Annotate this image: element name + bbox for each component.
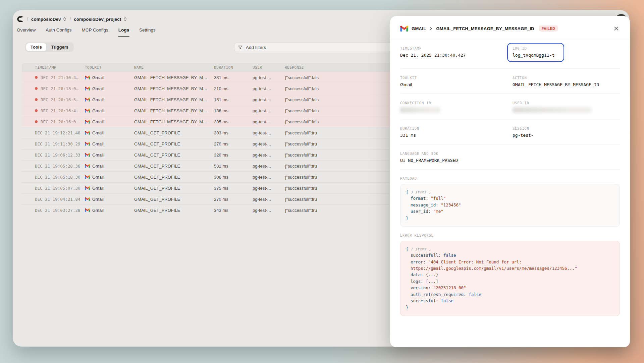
cell-name: GMAIL_GET_PROFILE <box>134 141 214 146</box>
cell-user: pg-test-... <box>253 197 285 202</box>
field-value: pg-test- <box>513 133 620 138</box>
cell-toolkit: Gmail <box>85 119 134 124</box>
gmail-icon <box>85 208 90 212</box>
breadcrumb-separator: / <box>69 16 71 22</box>
field-value: log_tVqomBgg11-t <box>513 53 559 58</box>
field-toolkit: TOOLKIT Gmail <box>400 76 513 87</box>
log-type-toggle: Tools Triggers <box>25 42 74 52</box>
cell-toolkit: Gmail <box>85 208 134 213</box>
breadcrumb: / composioDev / composioDev_project <box>16 14 127 24</box>
cell-name: GMAIL_GET_PROFILE <box>134 197 214 202</box>
json-line: user_id: "me" <box>406 208 614 215</box>
close-icon[interactable] <box>612 25 620 32</box>
cell-duration: 343 ms <box>214 208 253 213</box>
failed-status-dot <box>35 120 38 123</box>
org-selector[interactable]: composioDev <box>31 17 67 22</box>
gmail-icon <box>85 75 90 79</box>
breadcrumb-separator: / <box>27 16 28 22</box>
cell-timestamp: DEC 21 19:04:21.84 <box>35 197 85 202</box>
project-selector[interactable]: composioDev_project <box>74 17 127 22</box>
redacted-value <box>400 107 440 113</box>
composio-logo-icon[interactable] <box>16 15 24 23</box>
cell-name: GMAIL_FETCH_MESSAGE_BY_M… <box>134 119 214 124</box>
tab-overview[interactable]: Overview <box>16 27 36 37</box>
field-value: Gmail <box>400 82 513 87</box>
field-value: GMAIL_FETCH_MESSAGE_BY_MESSAGE_ID <box>513 82 620 87</box>
tab-settings[interactable]: Settings <box>139 27 156 37</box>
error-json-viewer[interactable]: { 7 Items ⌄successfull: falseerror: "404… <box>400 241 620 316</box>
gmail-icon <box>85 131 90 135</box>
gmail-icon <box>85 153 90 157</box>
failed-status-dot <box>35 76 38 79</box>
gmail-icon <box>85 86 90 90</box>
field-timestamp: TIMESTAMP Dec 21, 2025 21:30:40.427 <box>400 46 513 62</box>
json-line: successful: false <box>406 298 614 304</box>
cell-duration: 375 ms <box>214 186 253 191</box>
cell-name: GMAIL_FETCH_MESSAGE_BY_M… <box>134 86 214 91</box>
filter-funnel-icon <box>238 45 243 50</box>
cell-timestamp: DEC 21 20:16:0… <box>35 119 85 124</box>
tab-logs[interactable]: Logs <box>118 27 129 37</box>
json-line: message_id: "123456" <box>406 202 614 208</box>
json-line: successfull: false <box>406 252 614 258</box>
col-timestamp: TIMESTAMP <box>35 65 85 70</box>
cell-timestamp: DEC 21 19:05:07.30 <box>35 186 85 191</box>
add-filters-input[interactable]: Add filters <box>234 43 392 52</box>
cell-duration: 210 ms <box>214 86 253 91</box>
cell-timestamp: DEC 21 19:12:21.48 <box>35 130 85 135</box>
cell-toolkit: Gmail <box>85 108 134 113</box>
log-detail-panel: GMAIL GMAIL_FETCH_MESSAGE_BY_MESSAGE_ID … <box>390 16 630 347</box>
failed-status-dot <box>35 98 38 101</box>
field-duration: DURATION 331 ms <box>400 126 513 138</box>
field-label: TIMESTAMP <box>400 46 513 50</box>
gmail-icon <box>85 142 90 146</box>
field-label: LOG ID <box>513 46 559 50</box>
cell-duration: 531 ms <box>214 164 253 169</box>
cell-duration: 305 ms <box>214 119 253 124</box>
redacted-value <box>513 107 591 113</box>
payload-section: PAYLOAD { 3 Items ⌄format: "full"message… <box>390 176 630 227</box>
cell-name: GMAIL_GET_PROFILE <box>134 186 214 191</box>
cell-duration: 331 ms <box>214 75 253 80</box>
gmail-icon <box>85 186 90 190</box>
cell-name: GMAIL_GET_PROFILE <box>134 164 214 169</box>
nav-tabs: Overview Auth Configs MCP Configs Logs S… <box>16 27 156 37</box>
cell-user: pg-test-... <box>253 108 285 113</box>
field-connection-id: CONNECTION ID <box>400 101 513 113</box>
cell-toolkit: Gmail <box>85 75 134 80</box>
toggle-tools[interactable]: Tools <box>26 43 46 51</box>
cell-user: pg-test-... <box>253 130 285 135</box>
project-name: composioDev_project <box>74 17 121 22</box>
cell-toolkit: Gmail <box>85 186 134 191</box>
cell-timestamp: DEC 21 20:16:5… <box>35 97 85 102</box>
cell-duration: 306 ms <box>214 175 253 180</box>
field-label: LANGUAGE AND SDK <box>400 152 620 156</box>
tab-auth-configs[interactable]: Auth Configs <box>45 27 72 37</box>
field-session: SESSION pg-test- <box>513 126 620 138</box>
field-value: UI NO_FRAMEWORK_PASSED <box>400 158 620 163</box>
cell-toolkit: Gmail <box>85 130 134 135</box>
log-id-highlight-ring[interactable]: LOG ID log_tVqomBgg11-t <box>507 43 564 62</box>
col-toolkit: TOOLKIT <box>85 65 134 70</box>
gmail-icon <box>85 109 90 113</box>
field-value: Dec 21, 2025 21:30:40.427 <box>400 53 513 58</box>
chevron-updown-icon <box>123 17 127 21</box>
json-line: https://gmail.googleapis.com/gmail/v1/us… <box>406 265 614 271</box>
detail-toolkit-name: GMAIL <box>412 26 426 31</box>
toggle-triggers[interactable]: Triggers <box>47 43 73 51</box>
payload-json-viewer[interactable]: { 3 Items ⌄format: "full"message_id: "12… <box>400 184 620 227</box>
cell-user: pg-test-... <box>253 86 285 91</box>
failed-status-dot <box>35 109 38 112</box>
gmail-icon <box>85 175 90 179</box>
cell-duration: 303 ms <box>214 130 253 135</box>
chevron-updown-icon <box>63 17 66 21</box>
chevron-right-icon <box>429 27 433 30</box>
gmail-icon <box>85 98 90 102</box>
cell-timestamp: DEC 21 19:05:18.30 <box>35 175 85 180</box>
cell-user: pg-test-... <box>253 186 285 191</box>
cell-user: pg-test-... <box>253 175 285 180</box>
tab-mcp-configs[interactable]: MCP Configs <box>82 27 109 37</box>
cell-user: pg-test-... <box>253 208 285 213</box>
cell-toolkit: Gmail <box>85 197 134 202</box>
col-user: USER <box>253 65 285 70</box>
